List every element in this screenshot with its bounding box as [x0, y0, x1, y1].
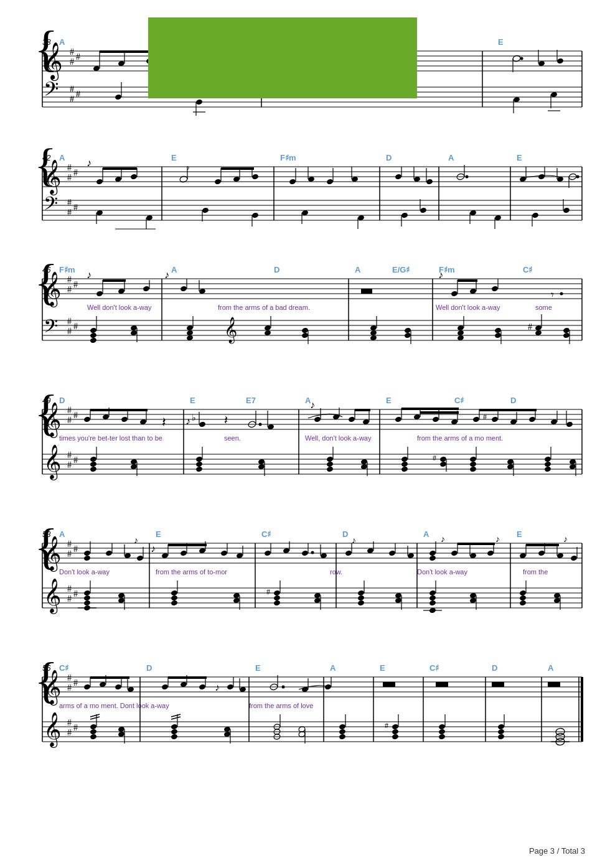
svg-point-481 [301, 550, 309, 556]
svg-point-104 [289, 179, 296, 185]
svg-point-571 [429, 590, 436, 596]
svg-text:𝄞: 𝄞 [44, 159, 61, 195]
svg-point-385 [90, 466, 97, 472]
svg-text:Well don't look a-way: Well don't look a-way [436, 304, 500, 311]
svg-text:#: # [67, 275, 72, 284]
svg-text:𝄽: 𝄽 [162, 418, 166, 426]
svg-text:♪: ♪ [187, 164, 190, 171]
svg-text:♪: ♪ [151, 543, 156, 554]
svg-rect-652 [548, 682, 560, 687]
svg-text:#: # [67, 460, 72, 470]
svg-text:𝄞: 𝄞 [44, 670, 61, 706]
svg-text:#: # [67, 450, 72, 460]
svg-point-710 [438, 734, 446, 740]
svg-point-541 [83, 595, 91, 601]
svg-point-412 [469, 456, 477, 462]
svg-text:𝄞: 𝄞 [44, 271, 61, 307]
svg-point-456 [83, 550, 91, 556]
svg-text:♪: ♪ [215, 682, 220, 693]
svg-point-404 [401, 456, 408, 462]
svg-text:from the arms  of  to-mor: from the arms of to-mor [156, 568, 227, 576]
svg-point-108 [326, 179, 334, 185]
green-overlay [148, 17, 417, 98]
svg-text:#: # [67, 317, 72, 326]
svg-point-153 [251, 212, 259, 218]
svg-text:#: # [67, 673, 72, 683]
svg-text:E: E [517, 530, 522, 539]
svg-point-87 [96, 179, 103, 185]
svg-point-644 [282, 686, 285, 689]
svg-text:C♯: C♯ [523, 265, 532, 274]
svg-text:#: # [70, 85, 74, 94]
svg-point-392 [195, 466, 203, 472]
svg-text:♪: ♪ [310, 399, 315, 410]
system-5: { 53 A E C♯ D A E 𝄞 # # # [25, 507, 585, 638]
svg-point-477 [264, 550, 271, 556]
svg-text:#: # [483, 413, 487, 421]
svg-point-244 [90, 332, 97, 338]
svg-point-674 [90, 724, 97, 730]
svg-point-210 [180, 286, 187, 292]
svg-text:#: # [67, 549, 72, 559]
svg-rect-651 [492, 682, 504, 687]
svg-text:F♯m: F♯m [59, 265, 75, 274]
svg-point-151 [202, 207, 209, 213]
svg-text:#: # [70, 47, 74, 57]
svg-point-709 [438, 729, 446, 735]
svg-line-678 [90, 714, 100, 717]
svg-point-129 [576, 175, 580, 179]
svg-point-258 [301, 327, 309, 334]
svg-text:#: # [67, 163, 72, 172]
svg-point-556 [273, 595, 281, 601]
svg-text:#: # [67, 416, 72, 425]
svg-text:#: # [70, 57, 74, 67]
svg-point-119 [466, 175, 469, 179]
svg-text:E/G♯: E/G♯ [392, 265, 410, 274]
svg-text:#: # [67, 594, 72, 604]
svg-point-712 [497, 724, 505, 730]
svg-rect-226 [361, 289, 372, 294]
svg-point-540 [83, 590, 91, 596]
svg-point-358 [528, 416, 536, 422]
svg-text:𝄢: 𝄢 [44, 194, 58, 218]
svg-point-421 [544, 466, 551, 472]
svg-point-580 [519, 600, 527, 606]
svg-text:#: # [73, 411, 78, 420]
page-number: Page 3 / Total 3 [529, 846, 585, 856]
svg-point-322 [199, 421, 206, 427]
svg-point-547 [171, 590, 178, 596]
svg-text:𝄾: 𝄾 [551, 292, 554, 297]
svg-text:D: D [510, 396, 516, 405]
svg-text:𝄞: 𝄞 [44, 578, 61, 614]
svg-point-265 [404, 327, 411, 334]
svg-point-314 [121, 416, 128, 422]
svg-point-683 [171, 724, 178, 730]
svg-point-101 [251, 174, 259, 180]
svg-point-548 [171, 595, 178, 601]
svg-text:#: # [70, 95, 74, 104]
svg-point-706 [392, 734, 399, 740]
svg-point-363 [566, 421, 573, 427]
svg-text:from the arms  of love: from the arms of love [249, 702, 313, 709]
svg-text:#: # [67, 208, 72, 217]
svg-text:D: D [492, 663, 497, 673]
svg-point-542 [83, 600, 91, 606]
svg-text:D: D [386, 153, 392, 162]
svg-rect-650 [436, 682, 448, 687]
svg-point-634 [199, 684, 206, 690]
svg-point-397 [326, 456, 334, 462]
svg-text:#: # [76, 90, 80, 99]
svg-text:#: # [76, 52, 80, 62]
svg-text:#: # [67, 539, 72, 549]
system-6: { 56 C♯ D E A E C♯ D A 𝄞 # # # [25, 641, 585, 772]
system-2: { 42 A E F♯m D A E 𝄞 # # # ♪ [25, 131, 585, 240]
svg-point-713 [497, 729, 505, 735]
svg-point-112 [395, 174, 402, 180]
svg-point-485 [311, 551, 314, 554]
svg-point-486 [345, 550, 352, 556]
svg-point-495 [429, 555, 436, 561]
svg-point-97 [214, 179, 222, 185]
svg-point-167 [532, 212, 539, 218]
svg-point-509 [538, 550, 545, 556]
svg-point-708 [438, 724, 446, 730]
